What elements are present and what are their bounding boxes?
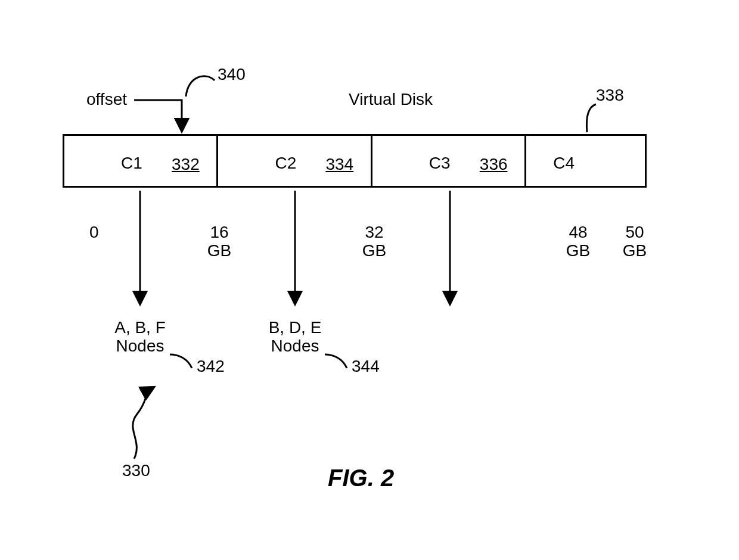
callout-diagram-ref: 330 [122,462,150,480]
chunk-ref: 334 [325,155,353,174]
offset-arrow [134,100,182,131]
chunk-ref: 336 [480,155,508,174]
diagram-stage: Virtual Disk offset C1 332 C2 334 C3 336… [0,0,739,560]
scale-48gb: 48 GB [560,223,596,260]
callout-330-squiggle [133,387,154,459]
callout-340-hook [186,76,215,97]
callout-344-hook [325,354,347,368]
chunk-ref: 332 [172,155,200,174]
scale-16gb: 16 GB [201,223,237,260]
offset-label: offset [86,91,127,109]
diagram-title: Virtual Disk [349,91,433,109]
figure-caption: FIG. 2 [328,465,394,491]
chunk-c2: C2 334 [218,136,372,186]
nodes-c1: A, B, F Nodes [104,319,176,356]
scale-32gb: 32 GB [356,223,392,260]
chunk-c1: C1 332 [64,136,218,186]
chunk-c4: C4 [526,136,645,186]
callout-342-hook [170,354,192,368]
callout-nodes1-ref: 342 [197,357,225,376]
chunk-c3: C3 336 [372,136,526,186]
callout-nodes2-ref: 344 [352,357,380,376]
scale-50gb: 50 GB [617,223,653,260]
virtual-disk-bar: C1 332 C2 334 C3 336 C4 [63,134,647,188]
callout-offset-ref: 340 [218,66,246,84]
chunk-label: C4 [553,154,575,173]
chunk-label: C1 [121,154,142,173]
scale-start: 0 [89,223,99,242]
callout-c4-ref: 338 [596,86,624,105]
chunk-label: C2 [275,154,296,173]
callout-338-hook [586,104,596,132]
chunk-label: C3 [429,154,451,173]
nodes-c2: B, D, E Nodes [259,319,331,356]
